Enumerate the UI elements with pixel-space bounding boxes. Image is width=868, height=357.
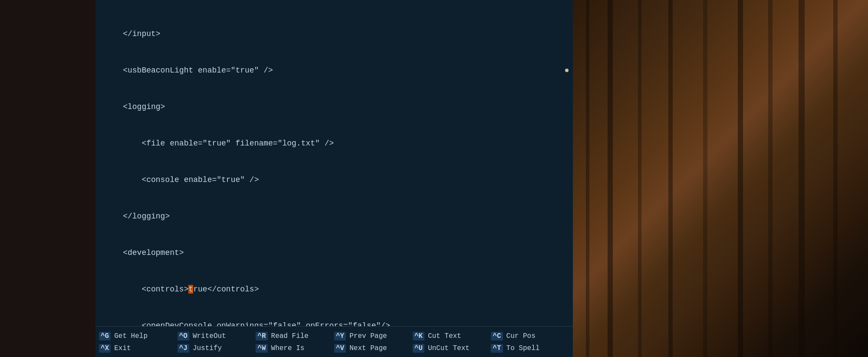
- code-line-6: </logging>: [95, 210, 573, 222]
- menu-item-next-page[interactable]: ^V Next Page: [334, 344, 413, 353]
- shortcut-exit: ^X: [99, 344, 111, 353]
- menu-item-to-spell[interactable]: ^T To Spell: [491, 344, 569, 353]
- code-display[interactable]: </input> <usbBeaconLight enable="true" /…: [95, 0, 573, 326]
- code-line-9: <openDevConsole onWarnings="false" onErr…: [95, 320, 573, 326]
- shortcut-get-help: ^G: [99, 332, 111, 340]
- code-line-4: <file enable="true" filename="log.txt" /…: [95, 137, 573, 149]
- shortcut-where-is: ^W: [256, 344, 267, 353]
- label-cut-text: Cut Text: [428, 332, 461, 340]
- label-get-help: Get Help: [114, 332, 148, 340]
- code-line-3: <logging>: [95, 101, 573, 113]
- shortcut-cut-text: ^K: [413, 332, 424, 340]
- label-cur-pos: Cur Pos: [506, 332, 536, 340]
- code-line-1: </input>: [95, 28, 573, 40]
- code-line-2: <usbBeaconLight enable="true" />: [95, 64, 573, 76]
- menu-item-justify[interactable]: ^J Justify: [178, 344, 256, 353]
- menu-item-get-help[interactable]: ^G Get Help: [99, 332, 178, 340]
- code-line-8: <controls>true</controls>: [95, 283, 573, 295]
- code-line-5: <console enable="true" />: [95, 174, 573, 186]
- shortcut-justify: ^J: [178, 344, 189, 353]
- label-writeout: WriteOut: [193, 332, 226, 340]
- label-prev-page: Prev Page: [349, 332, 387, 340]
- shortcut-read-file: ^R: [256, 332, 267, 340]
- label-exit: Exit: [114, 344, 131, 352]
- menu-item-cut-text[interactable]: ^K Cut Text: [413, 332, 491, 340]
- right-background: [573, 0, 868, 357]
- label-to-spell: To Spell: [506, 344, 540, 352]
- shortcut-cur-pos: ^C: [491, 332, 503, 340]
- menu-item-read-file[interactable]: ^R Read File: [256, 332, 334, 340]
- editor-content[interactable]: </input> <usbBeaconLight enable="true" /…: [95, 0, 573, 326]
- label-next-page: Next Page: [349, 344, 387, 352]
- menu-item-exit[interactable]: ^X Exit: [99, 344, 178, 353]
- menu-item-prev-page[interactable]: ^Y Prev Page: [334, 332, 413, 340]
- label-justify: Justify: [193, 344, 222, 352]
- cursor-dot-indicator: [565, 69, 569, 72]
- text-cursor: t: [188, 285, 193, 294]
- menu-item-where-is[interactable]: ^W Where Is: [256, 344, 334, 353]
- shortcut-writeout: ^O: [178, 332, 189, 340]
- forest-overlay: [573, 0, 868, 357]
- label-where-is: Where Is: [271, 344, 305, 352]
- shortcut-uncut-text: ^U: [413, 344, 424, 353]
- menu-row-1: ^G Get Help ^O WriteOut ^R Read File ^Y …: [95, 330, 573, 342]
- shortcut-next-page: ^V: [334, 344, 346, 353]
- menu-row-2: ^X Exit ^J Justify ^W Where Is ^V Next P…: [95, 342, 573, 354]
- shortcut-prev-page: ^Y: [334, 332, 346, 340]
- menu-bar: ^G Get Help ^O WriteOut ^R Read File ^Y …: [95, 326, 573, 357]
- left-sidebar: [0, 0, 95, 357]
- code-line-7: <development>: [95, 247, 573, 259]
- menu-item-uncut-text[interactable]: ^U UnCut Text: [413, 344, 491, 353]
- label-read-file: Read File: [271, 332, 309, 340]
- menu-item-writeout[interactable]: ^O WriteOut: [178, 332, 256, 340]
- label-uncut-text: UnCut Text: [428, 344, 470, 352]
- menu-item-cur-pos[interactable]: ^C Cur Pos: [491, 332, 569, 340]
- shortcut-to-spell: ^T: [491, 344, 503, 353]
- editor-container: </input> <usbBeaconLight enable="true" /…: [95, 0, 573, 357]
